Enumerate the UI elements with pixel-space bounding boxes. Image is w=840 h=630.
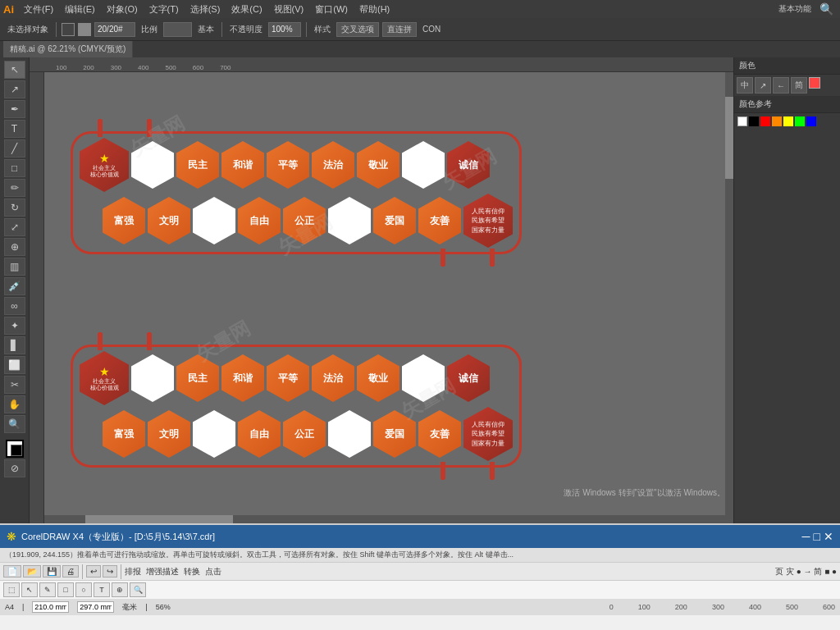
panel-btn-back[interactable]: ← — [773, 77, 789, 94]
corel-tools: ⬚ ↖ ✎ □ ○ T ⊕ 🔍 — [0, 581, 840, 599]
swatch-blue[interactable] — [806, 116, 816, 126]
white-hex-5 — [131, 354, 174, 402]
symbol-tool[interactable]: ✦ — [4, 317, 25, 335]
bar-graph-tool[interactable]: ▋ — [4, 336, 25, 354]
scale-input[interactable] — [163, 22, 192, 37]
toolbar: 未选择对象 比例 基本 不透明度 样式 交叉选项 直连拼 CON — [0, 18, 840, 41]
v-scroll-thumb[interactable] — [725, 97, 733, 179]
hand-tool[interactable]: ✋ — [4, 395, 25, 413]
corel-open-btn[interactable]: 📂 — [23, 565, 41, 578]
corel-new-btn[interactable]: 📄 — [3, 565, 21, 578]
zoom-tool[interactable]: 🔍 — [4, 415, 25, 433]
corel-right-btns: 页 灾 ● → 简 ■ ● — [775, 566, 837, 578]
menu-object[interactable]: 对象(O) — [102, 2, 143, 17]
corel-width-input[interactable] — [32, 601, 69, 613]
menu-file[interactable]: 文件(F) — [19, 2, 58, 17]
swatch-orange[interactable] — [772, 116, 782, 126]
corel-unit-label: 毫米 — [122, 602, 137, 613]
direct-connect-btn[interactable]: 直连拼 — [382, 22, 417, 37]
corel-height-input[interactable] — [77, 601, 114, 613]
corel-tool-8[interactable]: 🔍 — [130, 582, 146, 597]
hex-ys-2: 友善 — [418, 410, 461, 458]
menu-edit[interactable]: 编辑(E) — [60, 2, 100, 17]
opacity-input[interactable] — [268, 22, 301, 37]
search-icon[interactable]: 🔍 — [819, 2, 833, 16]
eyedropper-tool[interactable]: 💉 — [4, 277, 25, 295]
hex-fq-2: 富强 — [103, 410, 145, 458]
swatch-red[interactable] — [760, 116, 770, 126]
pen-tool[interactable]: ✒ — [4, 100, 25, 118]
direct-select-tool[interactable]: ↗ — [4, 80, 25, 98]
corel-separator2: | — [145, 603, 147, 611]
corel-tool-2[interactable]: ↖ — [21, 582, 38, 597]
rotate-tool[interactable]: ↻ — [4, 199, 25, 217]
slice-tool[interactable]: ✂ — [4, 376, 25, 394]
corel-close-btn[interactable]: ✕ — [824, 530, 833, 543]
corel-tool-4[interactable]: □ — [57, 582, 74, 597]
corel-maximize-btn[interactable]: □ — [814, 530, 820, 543]
panel-btn-simple[interactable]: 简 — [791, 77, 807, 94]
h-scroll-thumb[interactable] — [85, 515, 233, 523]
panel-btn-arrow[interactable]: ↗ — [755, 77, 771, 94]
corel-ruler: 0100200300400500600 — [609, 603, 835, 611]
select-tool[interactable]: ↖ — [4, 61, 25, 79]
type-tool[interactable]: T — [4, 120, 25, 138]
none-fill-btn[interactable]: ⊘ — [4, 459, 25, 477]
hex-wm: 文明 — [148, 197, 190, 244]
white-hex-6 — [402, 354, 445, 402]
design-group-1: ★ 社会主义 核心价值观 民主 和谐 平等 法治 敬业 诚信 — [71, 131, 522, 254]
swatch-green[interactable] — [795, 116, 805, 126]
warp-tool[interactable]: ⊕ — [4, 238, 25, 256]
menu-text[interactable]: 文字(T) — [144, 2, 184, 17]
party-text2: 核心价值观 — [90, 171, 119, 178]
v-scrollbar[interactable] — [725, 72, 733, 515]
separator1 — [56, 22, 57, 37]
artboard-tool[interactable]: ⬜ — [4, 356, 25, 374]
blend-tool[interactable]: ∞ — [4, 297, 25, 315]
swatch-white[interactable] — [737, 116, 747, 126]
scale-tool[interactable]: ⤢ — [4, 218, 25, 236]
text-box-line1: 人民有信仰 — [472, 207, 504, 216]
hex-gz-2: 公正 — [283, 410, 326, 458]
corel-icon: ❋ — [7, 530, 16, 543]
brush-tool[interactable]: ✏ — [4, 179, 25, 197]
h-scrollbar[interactable] — [44, 515, 733, 523]
text-box-hex: 人民有信仰 民族有希望 国家有力量 — [463, 194, 513, 248]
corel-tool-3[interactable]: ✎ — [39, 582, 56, 597]
menu-view[interactable]: 视图(V) — [269, 2, 309, 17]
hex-row-1: ★ 社会主义 核心价值观 民主 和谐 平等 法治 敬业 诚信 — [80, 138, 513, 192]
corel-minimize-btn[interactable]: ─ — [802, 530, 810, 543]
size-input[interactable] — [94, 22, 135, 37]
rect-tool[interactable]: □ — [4, 159, 25, 177]
swatch-yellow[interactable] — [783, 116, 793, 126]
corel-save-btn[interactable]: 💾 — [43, 565, 61, 578]
corel-tool-7[interactable]: ⊕ — [112, 582, 128, 597]
corel-redo-btn[interactable]: ↪ — [103, 565, 117, 578]
party-star: ★ — [99, 152, 110, 165]
hex-jy: 敬业 — [357, 141, 399, 189]
cross-options-btn[interactable]: 交叉选项 — [336, 22, 379, 37]
color-swatch-red[interactable] — [809, 77, 820, 89]
corel-tool-1[interactable]: ⬚ — [3, 582, 20, 597]
line-tool[interactable]: ╱ — [4, 139, 25, 158]
hex-cx: 诚信 — [447, 141, 490, 189]
file-tab[interactable]: 精稿.ai @ 62.21% (CMYK/预览) — [3, 41, 133, 57]
menu-select[interactable]: 选择(S) — [185, 2, 226, 17]
menu-help[interactable]: 帮助(H) — [354, 2, 395, 17]
menu-window[interactable]: 窗口(W) — [310, 2, 353, 17]
corel-print-btn[interactable]: 🖨 — [62, 565, 79, 578]
panel-btn-mid[interactable]: 中 — [737, 77, 753, 94]
fill-stroke-indicator[interactable] — [6, 440, 24, 458]
corel-title: CorelDRAW X4（专业版）- [D:\5月\5.14\3\7.cdr] — [21, 531, 215, 543]
gradient-tool[interactable]: ▥ — [4, 258, 25, 276]
corel-undo-btn[interactable]: ↩ — [86, 565, 101, 578]
hex-row-3: ★ 社会主义 核心价值观 民主 和谐 平等 法治 敬业 诚信 — [80, 351, 513, 405]
app-logo: Ai — [3, 3, 14, 16]
main-area: ↖ ↗ ✒ T ╱ □ ✏ ↻ ⤢ ⊕ ▥ 💉 ∞ ✦ ▋ ⬜ ✂ ✋ 🔍 ⊘ … — [0, 57, 840, 523]
text-box-line2: 民族有希望 — [472, 216, 504, 225]
corel-tool-5[interactable]: ○ — [75, 582, 92, 597]
corel-tool-6[interactable]: T — [94, 582, 110, 597]
hex-wm-2: 文明 — [148, 410, 190, 458]
swatch-black[interactable] — [749, 116, 759, 126]
menu-effect[interactable]: 效果(C) — [226, 2, 267, 17]
